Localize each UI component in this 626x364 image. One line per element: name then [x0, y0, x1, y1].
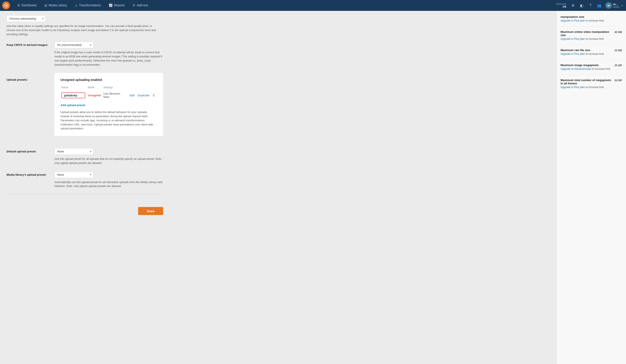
limit-info-0: manipulation size Upgrade to Plus plan t…: [560, 15, 620, 22]
progress-text: 1/5: [563, 5, 566, 8]
cmyk-select-wrapper: No (recommended): [54, 41, 94, 48]
nav-label-media-library: Media Library: [49, 3, 67, 7]
media-library-icon: ▤: [44, 3, 47, 7]
limit-upgrade-1: Upgrade to Plus plan to increase limit: [560, 37, 612, 40]
limit-value-2: 10 MB: [615, 48, 622, 52]
nav-item-dashboard[interactable]: ⊞ Dashboard: [13, 0, 40, 11]
upgrade-suffix-4: to increase limit: [585, 86, 604, 89]
cmyk-select[interactable]: No (recommended): [54, 41, 94, 48]
nav-label-addons: Add-ons: [137, 3, 148, 7]
addons-icon: ⚙: [132, 3, 135, 7]
sidebar-limit-3: Maximum image megapixels Upgrade to Adva…: [560, 64, 622, 74]
transformations-icon: ⊿: [75, 3, 78, 7]
upload-presets-label: Upload presets:: [6, 73, 54, 81]
nav-right: Welcome 1/5 ⚙ ◧ ? 👥 dk dk... Nadine ▾: [556, 0, 624, 11]
upload-presets-header: Unsigned uploading enabled: [60, 78, 157, 81]
media-library-preset-row: Media library's upload preset: None Auto…: [6, 171, 163, 188]
navbar: ⊞ Dashboard ▤ Media Library ⊿ Transforma…: [0, 0, 626, 11]
nav-item-transformations[interactable]: ⊿ Transformations: [71, 0, 105, 11]
limit-title-0: manipulation size: [560, 15, 620, 18]
sidebar-limit-4: Maximum total number of megapixels in al…: [560, 78, 622, 93]
default-preset-select[interactable]: None: [54, 148, 94, 155]
user-dropdown-icon: ▾: [622, 4, 623, 7]
nav-label-dashboard: Dashboard: [22, 3, 37, 7]
media-library-preset-select[interactable]: None: [54, 171, 94, 178]
media-library-preset-description: Automatically use this upload preset for…: [54, 180, 163, 188]
col-settings: Settings: [102, 85, 129, 91]
default-preset-content: None Use this upload preset for all uplo…: [54, 148, 163, 165]
nav-item-reports[interactable]: 📈 Reports: [105, 0, 128, 11]
preset-mode-cell: Unsigned: [87, 91, 102, 100]
limit-info-2: Maximum raw file size Upgrade to Plus pl…: [560, 48, 612, 55]
users-icon-btn[interactable]: 👥: [595, 2, 603, 9]
delete-icon[interactable]: 🗑: [152, 94, 155, 97]
preset-mode: Unsigned: [88, 94, 101, 97]
default-preset-select-wrapper: None: [54, 148, 94, 155]
presets-info: Upload presets allow you to define the d…: [60, 110, 157, 131]
nav-label-transformations: Transformations: [79, 3, 101, 7]
default-preset-label: Default upload preset:: [6, 148, 54, 153]
settings-icon-btn[interactable]: ⚙: [569, 2, 577, 9]
cmyk-row: Keep CMYK in derived images: No (recomme…: [6, 41, 163, 67]
divider: [6, 194, 159, 195]
col-name: Name: [60, 85, 87, 91]
upgrade-link-0[interactable]: Upgrade to Plus plan: [560, 19, 585, 22]
default-preset-row: Default upload preset: None Use this upl…: [6, 148, 163, 165]
dashboard-icon: ⊞: [17, 3, 20, 7]
save-button[interactable]: Save: [138, 207, 163, 215]
welcome-text: Welcome: [556, 3, 566, 5]
preset-name-cell: gabq6ukp: [60, 91, 87, 100]
upgrade-suffix-3: to increase limit: [591, 67, 610, 71]
nav-item-media-library[interactable]: ▤ Media Library: [40, 0, 71, 11]
media-library-preset-label: Media library's upload preset:: [6, 171, 54, 176]
chroma-select[interactable]: Chroma subsampling: [6, 15, 46, 22]
logo[interactable]: [2, 1, 10, 9]
help-icon-btn[interactable]: ?: [587, 2, 594, 9]
chroma-select-wrapper: Chroma subsampling: [6, 15, 46, 22]
chroma-description: Use this value when no quality settings …: [6, 24, 159, 36]
upgrade-suffix-2: to increase limit: [585, 52, 604, 55]
upload-presets-content: Unsigned uploading enabled Name Mode Set…: [54, 73, 163, 142]
cmyk-content: No (recommended) If the original image h…: [54, 41, 163, 67]
media-library-preset-content: None Automatically use this upload prese…: [54, 171, 163, 188]
limit-title-1: Maximum online video manipulation size: [560, 30, 612, 37]
preset-name: gabq6ukp: [61, 92, 85, 98]
limit-info-3: Maximum image megapixels Upgrade to Adva…: [560, 64, 612, 71]
upgrade-suffix-0: to increase limit: [585, 19, 604, 22]
upgrade-link-4[interactable]: Upgrade to Plus plan: [560, 86, 585, 89]
chroma-subsampling-row: Chroma subsampling Use this value when n…: [6, 15, 163, 36]
cmyk-description: If the original image has a color model …: [54, 50, 163, 67]
limit-upgrade-4: Upgrade to Plus plan to increase limit: [560, 86, 612, 89]
upgrade-link-2[interactable]: Upgrade to Plus plan: [560, 52, 585, 55]
save-bar: Save: [0, 203, 170, 218]
nav-item-addons[interactable]: ⚙ Add-ons: [128, 0, 152, 11]
cmyk-label: Keep CMYK in derived images:: [6, 41, 54, 46]
sidebar-limit-2: Maximum raw file size Upgrade to Plus pl…: [560, 48, 622, 60]
duplicate-link[interactable]: Duplicate: [137, 94, 149, 97]
user-menu[interactable]: dk dk... Nadine ▾: [604, 0, 624, 11]
limit-upgrade-3: Upgrade to Advanced plan to increase lim…: [560, 67, 612, 71]
nav-label-reports: Reports: [114, 3, 125, 7]
reports-icon: 📈: [109, 3, 113, 7]
upgrade-link-1[interactable]: Upgrade to Plus plan: [560, 37, 585, 40]
limit-title-4: Maximum total number of megapixels in al…: [560, 78, 612, 85]
page-body: Chroma subsampling Use this value when n…: [0, 11, 626, 364]
limit-title-3: Maximum image megapixels: [560, 64, 612, 67]
limit-title-2: Maximum raw file size: [560, 48, 612, 52]
upload-presets-card: Unsigned uploading enabled Name Mode Set…: [54, 73, 163, 136]
limit-value-4: 50 MP: [615, 78, 622, 82]
content-area: Chroma subsampling Use this value when n…: [0, 11, 170, 203]
add-preset-link[interactable]: Add upload preset: [60, 104, 85, 107]
limit-info-1: Maximum online video manipulation size U…: [560, 30, 612, 40]
sidebar-limit-0: manipulation size Upgrade to Plus plan t…: [560, 15, 622, 26]
edit-link[interactable]: Edit: [130, 94, 134, 97]
limit-upgrade-2: Upgrade to Plus plan to increase limit: [560, 52, 612, 55]
media-library-preset-select-wrapper: None: [54, 171, 94, 178]
limit-upgrade-0: Upgrade to Plus plan to increase limit: [560, 19, 620, 22]
preset-settings-cell: Use filename: false: [102, 91, 129, 100]
upgrade-link-3[interactable]: Upgrade to Advanced plan: [560, 67, 591, 71]
table-row: gabq6ukp Unsigned Use filename: false: [60, 91, 157, 100]
nav-welcome: Welcome 1/5: [556, 3, 566, 8]
layers-icon-btn[interactable]: ◧: [578, 2, 585, 9]
user-info: dk... Nadine: [613, 3, 620, 8]
